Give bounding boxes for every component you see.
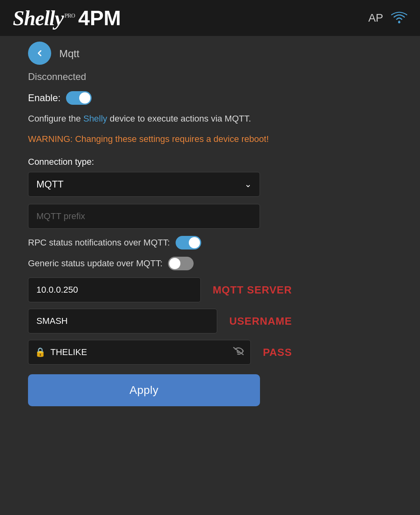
logo-shelly: ShellyPRO [13,6,75,30]
generic-toggle-row: Generic status update over MQTT: [28,257,292,270]
server-annotation: MQTT SERVER [213,284,292,296]
rpc-toggle[interactable] [176,236,201,250]
chevron-left-icon [35,48,44,58]
header-status: AP [368,12,407,24]
connection-type-value: MQTT [36,179,64,190]
password-field-row: 🔒 THELIKE PASS [28,340,292,365]
generic-toggle[interactable] [168,257,194,270]
enable-row: Enable: [28,91,292,105]
eye-slash-icon[interactable] [233,347,244,358]
chevron-down-icon: ⌄ [244,179,252,190]
app-header: ShellyPRO 4PM AP [0,0,420,36]
server-field-row: MQTT SERVER [28,277,292,302]
ap-label: AP [368,12,383,24]
shelly-link[interactable]: Shelly [83,114,107,124]
rpc-toggle-row: RPC status notifications over MQTT: [28,236,292,250]
warning-message: WARNING: Changing these settings require… [28,132,292,146]
apply-button[interactable]: Apply [28,374,260,406]
connection-type-label: Connection type: [28,157,292,167]
logo: ShellyPRO 4PM [13,6,121,30]
username-input[interactable] [28,309,217,333]
top-navigation: Mqtt [28,36,292,69]
configure-description: Configure the Shelly device to execute a… [28,112,292,125]
enable-label: Enable: [28,92,60,104]
connection-status: Disconnected [28,71,292,82]
mqtt-prefix-input[interactable] [28,204,260,229]
mqtt-server-input[interactable] [28,277,201,302]
username-field-row: USERNAME [28,309,292,333]
generic-label: Generic status update over MQTT: [28,258,162,269]
rpc-label: RPC status notifications over MQTT: [28,238,170,248]
rpc-toggle-knob [189,237,200,248]
password-field: 🔒 THELIKE [28,340,251,365]
username-annotation: USERNAME [229,315,292,327]
password-value: THELIKE [50,347,228,357]
enable-toggle-knob [79,92,90,104]
generic-toggle-knob [169,258,180,269]
svg-point-0 [398,21,400,24]
connection-type-dropdown[interactable]: MQTT ⌄ [28,172,260,197]
enable-toggle[interactable] [66,91,92,105]
main-content: Mqtt Disconnected Enable: Configure the … [0,36,320,426]
lock-icon: 🔒 [35,347,46,357]
page-title: Mqtt [59,47,80,60]
logo-4pm: 4PM [78,6,121,30]
password-annotation: PASS [263,346,292,359]
wifi-icon [391,12,407,24]
back-button[interactable] [28,42,51,65]
